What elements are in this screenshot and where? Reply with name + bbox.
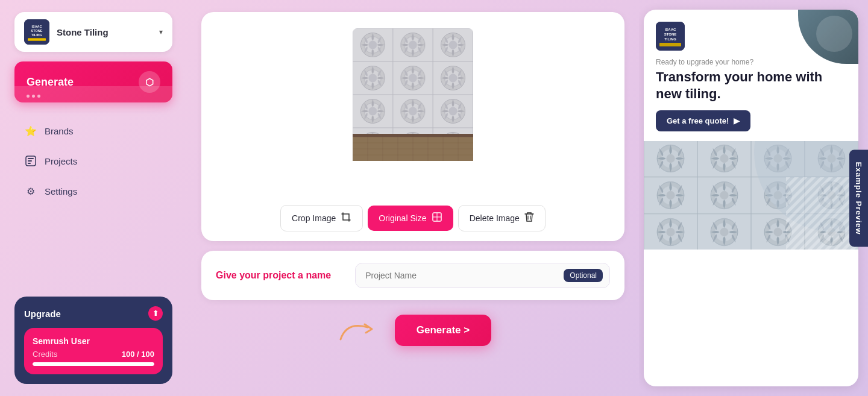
brand-selector[interactable]: ISAAC STONE TILING Stone Tiling ▾: [14, 12, 172, 52]
credits-label: Credits: [33, 350, 57, 359]
crop-icon: [341, 212, 351, 225]
svg-text:STONE: STONE: [664, 33, 677, 36]
preview-image-area: [644, 141, 858, 250]
original-size-button[interactable]: Original Size: [368, 206, 453, 231]
project-name-card: Give your project a name Optional: [201, 251, 624, 300]
projects-icon: [24, 154, 37, 168]
preview-panel: ISAAC STONE TILING Ready to upgrade your…: [639, 0, 868, 396]
optional-badge: Optional: [564, 269, 603, 282]
sidebar-item-settings-label: Settings: [45, 186, 77, 196]
generate-bottom-section: Generate >: [201, 310, 624, 351]
delete-label: Delete Image: [470, 213, 520, 223]
svg-rect-8: [28, 160, 32, 162]
upgrade-section: Upgrade ⬆ Semrush User Credits 100 / 100: [14, 297, 172, 384]
upgrade-header: Upgrade ⬆: [24, 306, 163, 321]
svg-text:ISAAC: ISAAC: [31, 25, 42, 28]
preview-headline: Transform your home with new tiling.: [656, 69, 846, 102]
image-area: [211, 22, 615, 198]
preview-sub-text: Ready to upgrade your home?: [656, 58, 846, 66]
svg-text:TILING: TILING: [664, 37, 676, 41]
svg-rect-5: [28, 39, 46, 40]
user-name: Semrush User: [33, 336, 154, 346]
project-input-wrapper: Optional: [355, 263, 610, 288]
delete-image-button[interactable]: Delete Image: [458, 205, 546, 231]
image-card: Crop Image Original Size: [201, 12, 624, 241]
brand-name: Stone Tiling: [57, 27, 152, 37]
chevron-down-icon: ▾: [159, 28, 163, 36]
project-name-label: Give your project a name: [216, 270, 331, 281]
upgrade-badge-icon: ⬆: [148, 306, 163, 321]
preview-stripes: [786, 177, 858, 250]
sidebar-item-brands-label: Brands: [45, 126, 74, 136]
sparkles-decoration: [27, 95, 40, 98]
svg-rect-15: [353, 28, 473, 134]
brands-icon: ⭐: [24, 124, 37, 137]
preview-logo-row: ISAAC STONE TILING: [656, 22, 846, 51]
preview-cta-button[interactable]: Get a free quote! ▶: [656, 110, 750, 131]
generate-label: Generate: [27, 76, 74, 89]
nav-menu: ⭐ Brands Projects ⚙ Settings: [14, 117, 172, 205]
svg-text:ISAAC: ISAAC: [665, 28, 676, 31]
preview-logo: ISAAC STONE TILING: [656, 22, 685, 51]
credits-value: 100 / 100: [122, 350, 154, 359]
user-card: Semrush User Credits 100 / 100: [24, 328, 163, 374]
trash-icon: [524, 212, 534, 225]
svg-text:STONE: STONE: [31, 29, 43, 33]
image-actions: Crop Image Original Size: [211, 205, 615, 231]
svg-text:TILING: TILING: [31, 33, 42, 37]
svg-rect-7: [28, 158, 34, 159]
main-content: Crop Image Original Size: [187, 0, 639, 396]
brand-logo: ISAAC STONE TILING: [24, 19, 49, 45]
tiling-image: [353, 28, 473, 191]
sidebar-item-projects-label: Projects: [45, 156, 77, 166]
credits-row: Credits 100 / 100: [33, 350, 154, 359]
credits-fill: [33, 362, 154, 366]
sidebar-item-brands[interactable]: ⭐ Brands: [14, 117, 172, 145]
preview-content: ISAAC STONE TILING Ready to upgrade your…: [644, 10, 858, 141]
preview-card: ISAAC STONE TILING Ready to upgrade your…: [644, 10, 858, 386]
settings-icon: ⚙: [24, 184, 37, 198]
sidebar-item-settings[interactable]: ⚙ Settings: [14, 177, 172, 205]
svg-rect-9: [28, 163, 31, 164]
original-size-label: Original Size: [379, 213, 426, 223]
svg-rect-45: [786, 177, 858, 250]
credits-bar: [33, 362, 154, 366]
sidebar: ISAAC STONE TILING Stone Tiling ▾ Genera…: [0, 0, 187, 396]
cube-icon: ⬡: [139, 71, 160, 93]
arrow-decoration: [335, 318, 383, 342]
example-preview-tab: Example Preview: [849, 149, 868, 247]
preview-cta-label: Get a free quote!: [667, 116, 729, 125]
play-icon: ▶: [734, 116, 740, 125]
generate-button[interactable]: Generate ⬡: [14, 61, 172, 102]
generate-bottom-label: Generate >: [417, 324, 470, 336]
svg-rect-36: [659, 43, 681, 46]
upgrade-label: Upgrade: [24, 309, 61, 319]
sidebar-item-projects[interactable]: Projects: [14, 147, 172, 175]
original-size-icon: [432, 212, 442, 225]
crop-label: Crop Image: [292, 213, 336, 223]
crop-image-button[interactable]: Crop Image: [280, 205, 363, 231]
generate-bottom-button[interactable]: Generate >: [395, 315, 491, 346]
